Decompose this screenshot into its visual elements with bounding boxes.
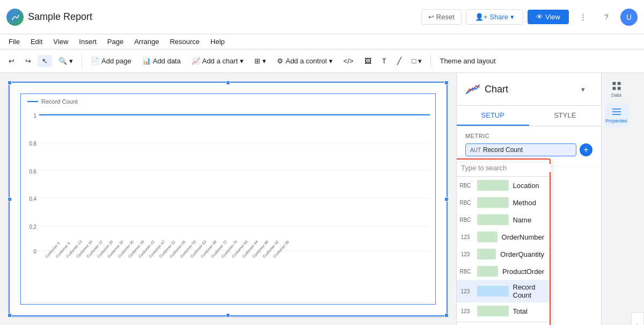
field-name: Record Count (513, 283, 545, 299)
add-component-button[interactable]: ⊞ ▾ (250, 55, 270, 67)
menu-edit[interactable]: Edit (26, 37, 47, 47)
field-type-badge: RBC (458, 200, 473, 206)
add-chart-chevron-icon: ▾ (240, 57, 244, 65)
field-color-bar (477, 266, 498, 277)
more-options-button[interactable]: ⋮ (573, 8, 592, 27)
eye-icon: 👁 (536, 13, 543, 21)
handle-top-left[interactable] (8, 81, 12, 85)
svg-rect-40 (612, 87, 616, 90)
field-color-bar (477, 197, 509, 208)
handle-bottom-left[interactable] (8, 313, 12, 317)
svg-text:0: 0 (34, 249, 37, 255)
panel-tabs: SETUP STYLE (457, 106, 601, 126)
field-color-bar (477, 214, 509, 225)
shape-button[interactable]: □ ▾ (408, 55, 427, 67)
select-tool-button[interactable]: ↖ (38, 55, 52, 67)
code-button[interactable]: </> (339, 55, 358, 67)
panel-header: Chart ▾ (457, 73, 601, 106)
handle-bottom-middle[interactable] (226, 313, 230, 317)
menu-resource[interactable]: Resource (165, 37, 204, 47)
canvas-page: Record Count 1 0.8 0.6 0.4 0.2 0 (9, 82, 448, 316)
dropdown-item[interactable]: 123 Record Count (457, 280, 550, 302)
person-add-icon: 👤+ (475, 13, 488, 21)
view-button[interactable]: 👁 View (528, 10, 569, 24)
field-color-bar (477, 180, 509, 191)
text-button[interactable]: T (378, 55, 391, 67)
image-button[interactable]: 🖼 (360, 55, 376, 67)
menu-view[interactable]: View (49, 37, 72, 47)
legend-line (27, 101, 38, 102)
menu-page[interactable]: Page (103, 37, 128, 47)
app-icon (6, 9, 24, 26)
dropdown-item[interactable]: RBC ProductOrder (457, 263, 550, 280)
svg-text:0.6: 0.6 (30, 168, 37, 175)
line-icon: ╱ (397, 57, 401, 65)
dropdown-item[interactable]: RBC Location (457, 177, 550, 194)
help-button[interactable]: ? (597, 8, 616, 27)
share-chevron-icon: ▾ (510, 13, 514, 21)
add-metric-button[interactable]: + (580, 143, 592, 156)
handle-bottom-right[interactable] (444, 313, 449, 317)
add-chart-button[interactable]: 📈 Add a chart ▾ (187, 55, 248, 67)
control-icon: ⚙ (277, 57, 283, 65)
add-data-button[interactable]: 📊 Add data (138, 55, 185, 67)
data-icon (611, 81, 622, 91)
line-button[interactable]: ╱ (393, 55, 406, 67)
chart-icon-area: Chart (465, 82, 569, 97)
share-button[interactable]: 👤+ Share ▾ (466, 9, 523, 25)
legend-label: Record Count (41, 98, 78, 105)
avatar[interactable]: U (620, 9, 638, 26)
dropdown-list: RBC Location RBC Method RBC Name 123 Ord… (457, 177, 550, 322)
field-name: Total (513, 307, 545, 315)
field-type-badge: 123 (458, 251, 473, 257)
dropdown-item[interactable]: 123 Total (457, 302, 550, 320)
tab-style[interactable]: STYLE (529, 106, 602, 126)
redo-button[interactable]: ↪ (21, 55, 35, 67)
field-type-badge: RBC (458, 269, 473, 275)
handle-middle-right[interactable] (444, 197, 449, 201)
chart-type-icon (465, 82, 480, 97)
metric-section: Metric AUT Record Count + (457, 126, 601, 167)
menu-file[interactable]: File (4, 37, 24, 47)
create-field-button[interactable]: ⊕ CREATE FIELD (457, 322, 550, 325)
dropdown-item[interactable]: 123 OrderQuantity (457, 245, 550, 263)
metric-type-badge: AUT (470, 147, 481, 153)
field-name: Location (513, 182, 545, 190)
zoom-button[interactable]: 🔍 ▾ (54, 55, 77, 67)
panel-collapse-button[interactable]: ▾ (573, 80, 592, 99)
metric-chip[interactable]: AUT Record Count (465, 143, 576, 156)
menu-help[interactable]: Help (206, 37, 229, 47)
undo-button[interactable]: ↩ (4, 55, 19, 67)
search-input[interactable] (461, 164, 551, 172)
add-data-icon: 📊 (142, 57, 151, 65)
chevron-down-icon: ▾ (581, 85, 585, 93)
dropdown-item[interactable]: RBC Name (457, 211, 550, 228)
theme-layout-button[interactable]: Theme and layout (435, 55, 500, 67)
dropdown-item[interactable]: RBC Method (457, 194, 550, 211)
dropdown-item[interactable]: 123 OrderNumber (457, 228, 550, 245)
handle-top-middle[interactable] (226, 81, 230, 85)
reset-button[interactable]: ↩ Reset (421, 9, 462, 25)
add-control-button[interactable]: ⚙ Add a control ▾ (273, 55, 337, 67)
shape-icon: □ (412, 57, 416, 65)
component-icon: ⊞ (254, 57, 260, 65)
help-icon: ? (604, 13, 608, 21)
metric-chip-label: Record Count (483, 146, 523, 154)
svg-text:0.4: 0.4 (30, 196, 37, 203)
properties-panel-button[interactable]: Properties (605, 103, 628, 127)
shape-chevron-icon: ▾ (418, 57, 422, 65)
cursor-icon: ↖ (42, 57, 48, 65)
canvas-area[interactable]: Record Count 1 0.8 0.6 0.4 0.2 0 (0, 73, 456, 325)
svg-text:0.8: 0.8 (30, 140, 37, 147)
handle-top-right[interactable] (444, 81, 449, 85)
add-page-button[interactable]: 📄 Add page (86, 55, 136, 67)
data-panel-button[interactable]: Data (605, 77, 628, 101)
tab-setup[interactable]: SETUP (457, 106, 529, 126)
reset-icon: ↩ (428, 13, 434, 21)
menu-insert[interactable]: Insert (75, 37, 101, 47)
handle-middle-left[interactable] (8, 197, 12, 201)
nav-arrow[interactable]: › (631, 312, 644, 325)
menu-arrange[interactable]: Arrange (130, 37, 163, 47)
field-name: ProductOrder (502, 268, 544, 276)
toolbar: ↩ ↪ ↖ 🔍 ▾ 📄 Add page 📊 Add data 📈 Add a … (0, 49, 644, 73)
